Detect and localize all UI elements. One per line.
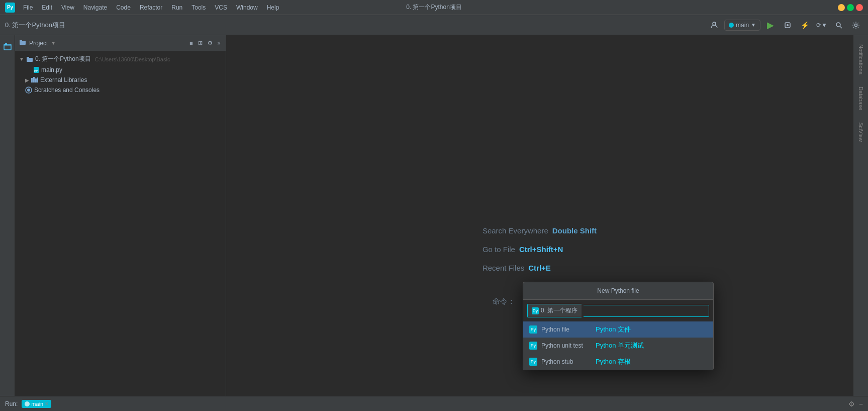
left-panel: Project ▼ ≡ ⊞ ⚙ × ▼ 0. 第一个Python项目 C:\Us… — [15, 35, 226, 396]
svg-rect-11 — [27, 57, 29, 58]
svg-rect-10 — [27, 58, 33, 62]
python-unittest-option[interactable]: Py Python unit test Python 单元测试 — [523, 338, 713, 354]
root-folder-icon — [26, 56, 33, 63]
input-prefix-text: 0. 第一个程序 — [541, 306, 577, 315]
root-chevron: ▼ — [19, 56, 24, 62]
status-run-badge[interactable]: main × — [22, 400, 51, 408]
python-stub-desc: Python 存根 — [596, 357, 631, 366]
status-settings-icon[interactable]: ⚙ — [848, 400, 855, 408]
window-title: 0. 第一个Python项目 — [406, 3, 462, 12]
svg-rect-16 — [35, 78, 37, 83]
profile-button[interactable]: ⚡ — [798, 18, 812, 32]
ext-libraries-label: External Libraries — [40, 76, 87, 84]
python-stub-label: Python stub — [541, 358, 592, 365]
project-root-item[interactable]: ▼ 0. 第一个Python项目 C:\Users\13600\Desktop\… — [15, 53, 226, 65]
dialog-input-row: Py 0. 第一个程序 — [523, 300, 713, 321]
menu-bar: File Edit View Navigate Code Refactor Ru… — [19, 3, 283, 13]
svg-point-5 — [855, 24, 857, 26]
folder-icon — [19, 39, 26, 47]
debug-button[interactable] — [781, 18, 795, 32]
close-button[interactable] — [856, 4, 863, 11]
run-selector-chevron: ▼ — [751, 22, 756, 28]
collapse-all-icon[interactable]: ≡ — [188, 39, 194, 47]
settings-button[interactable] — [849, 18, 863, 32]
toolbar-project-title: 0. 第一个Python项目 — [5, 21, 65, 30]
run-badge-label: main — [31, 401, 43, 407]
python-stub-option[interactable]: Py Python stub Python 存根 — [523, 354, 713, 370]
menu-vcs[interactable]: VCS — [211, 3, 231, 13]
scratches-item[interactable]: Scratches and Consoles — [15, 85, 226, 95]
database-tab[interactable]: Database — [856, 83, 866, 114]
menu-edit[interactable]: Edit — [38, 3, 56, 13]
python-unittest-desc: Python 单元测试 — [596, 341, 644, 350]
svg-point-19 — [27, 89, 30, 92]
vcs-button[interactable] — [707, 18, 721, 32]
menu-run[interactable]: Run — [167, 3, 186, 13]
python-file-icon: py — [33, 66, 39, 73]
run-badge-dot — [25, 401, 30, 406]
svg-point-3 — [836, 23, 840, 27]
minimize-button[interactable] — [838, 4, 845, 11]
run-selector-label: main — [736, 22, 749, 29]
svg-rect-17 — [37, 77, 38, 83]
dialog-title: New Python file — [523, 282, 713, 300]
more-run-button[interactable]: ⟳▼ — [815, 18, 829, 32]
search-button[interactable] — [832, 18, 846, 32]
libraries-icon — [31, 77, 38, 83]
notifications-tab[interactable]: Notifications — [856, 40, 866, 78]
svg-rect-9 — [20, 40, 22, 41]
mainpy-item[interactable]: py main.py — [15, 65, 226, 75]
maximize-button[interactable] — [847, 4, 854, 11]
prefix-icon: Py — [532, 307, 539, 314]
svg-rect-6 — [4, 44, 11, 50]
menu-file[interactable]: File — [19, 3, 37, 13]
python-file-desc: Python 文件 — [596, 325, 631, 334]
toolbar-right: main ▼ ▶ ⚡ ⟳▼ — [707, 18, 863, 32]
python-unittest-icon: Py — [529, 342, 537, 350]
project-dropdown-icon[interactable]: ▼ — [51, 40, 56, 46]
scratches-icon — [25, 87, 32, 94]
toolbar: 0. 第一个Python项目 main ▼ ▶ ⚡ ⟳▼ — [0, 15, 868, 35]
scratches-label: Scratches and Consoles — [34, 87, 100, 94]
svg-text:py: py — [34, 69, 38, 72]
svg-rect-7 — [5, 43, 7, 45]
run-badge-close[interactable]: × — [45, 400, 48, 407]
run-selector[interactable]: main ▼ — [724, 20, 760, 31]
right-sidebar: Notifications Database SciView — [853, 35, 868, 396]
new-python-file-dialog: New Python file Py 0. 第一个程序 Py Python fi… — [523, 282, 714, 370]
project-header-label: Project — [29, 40, 48, 47]
window-controls — [838, 4, 863, 11]
python-file-label: Python file — [541, 326, 592, 333]
python-file-icon: Py — [529, 325, 537, 334]
run-dot — [729, 23, 734, 28]
status-bar: Run: main × ⚙ − — [0, 396, 868, 411]
python-file-option[interactable]: Py Python file Python 文件 — [523, 321, 713, 338]
project-header: Project ▼ ≡ ⊞ ⚙ × — [15, 35, 226, 51]
new-file-input[interactable] — [584, 305, 709, 317]
project-tab[interactable] — [1, 40, 14, 53]
menu-view[interactable]: View — [57, 3, 78, 13]
expand-icon[interactable]: ⊞ — [197, 39, 204, 47]
ext-libraries-item[interactable]: ▶ External Libraries — [15, 75, 226, 85]
menu-refactor[interactable]: Refactor — [136, 3, 166, 13]
ext-lib-chevron: ▶ — [25, 77, 29, 83]
svg-line-4 — [840, 26, 842, 28]
editor-area: Search Everywhere Double Shift Go to Fil… — [226, 35, 853, 396]
gear-icon[interactable]: ⚙ — [207, 39, 214, 47]
status-run-label: Run: — [5, 400, 18, 407]
python-unittest-label: Python unit test — [541, 342, 592, 349]
root-label: 0. 第一个Python项目 — [35, 55, 91, 63]
menu-help[interactable]: Help — [263, 3, 283, 13]
menu-window[interactable]: Window — [232, 3, 262, 13]
close-panel-icon[interactable]: × — [217, 39, 222, 47]
svg-rect-14 — [31, 78, 33, 83]
mainpy-label: main.py — [41, 66, 62, 73]
root-path: C:\Users\13600\Desktop\Basic — [95, 56, 170, 62]
menu-code[interactable]: Code — [112, 3, 135, 13]
run-button[interactable]: ▶ — [763, 18, 778, 32]
dialog-file-type-list: Py Python file Python 文件 Py Python unit … — [523, 321, 713, 370]
menu-tools[interactable]: Tools — [187, 3, 210, 13]
status-minus-icon[interactable]: − — [859, 400, 863, 408]
sciview-tab[interactable]: SciView — [856, 118, 866, 146]
menu-navigate[interactable]: Navigate — [79, 3, 111, 13]
